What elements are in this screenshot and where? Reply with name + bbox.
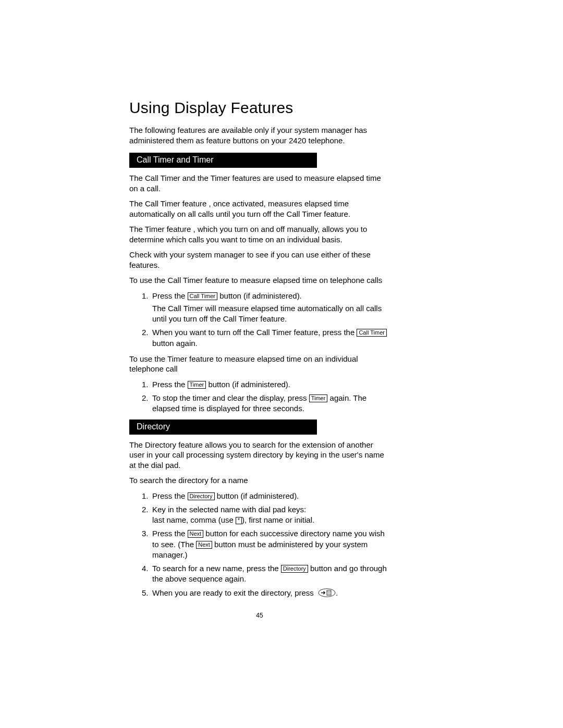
list-number: 3. [142,528,149,539]
list-item: 3. Press the Next button for each succes… [129,528,390,560]
list-number: 1. [142,291,149,301]
list-number: 2. [142,504,149,515]
keycap-call-timer: Call Timer [188,292,218,300]
svg-point-7 [328,593,328,594]
text: Press the [152,529,188,538]
keycap-next: Next [196,541,212,549]
text: Press the [152,380,188,389]
text: ), first name or initial. [242,515,314,524]
list-number: 2. [142,393,149,403]
text: When you are ready to exit the directory… [152,588,316,597]
list-item: 2. Key in the selected name with dial pa… [129,504,390,526]
svg-point-12 [330,594,331,595]
list-item: 2. To stop the timer and clear the displ… [129,393,390,414]
list-number: 2. [142,327,149,338]
list-item: 1. Press the Timer button (if administer… [129,379,390,390]
page-number: 45 [129,612,390,619]
text: Key in the selected name with dial pad k… [152,505,306,514]
list-item: 1. Press the Directory button (if admini… [129,491,390,501]
page-title: Using Display Features [129,99,390,117]
keycap-directory: Directory [188,492,215,500]
svg-point-10 [328,594,328,595]
section-header-directory: Directory [129,419,317,435]
intro-paragraph: The following features are available onl… [129,125,390,145]
list-number: 1. [142,379,149,390]
svg-point-5 [329,592,329,593]
section-header-call-timer: Call Timer and Timer [129,153,317,168]
list-number: 4. [142,563,149,574]
list-number: 1. [142,491,149,501]
text: Press the [152,291,188,300]
keycap-star: * [236,517,242,524]
svg-point-8 [329,593,329,594]
paragraph: The Timer feature , which you turn on an… [129,224,390,244]
sub-paragraph: The Call Timer will measure elapsed time… [152,303,390,325]
keycap-directory: Directory [281,565,308,573]
paragraph: To use the Timer feature to measure elap… [129,354,390,374]
text: button (if administered). [206,380,290,389]
keycap-timer: Timer [309,394,328,402]
svg-point-11 [329,594,329,595]
document-page: Using Display Features The following fea… [129,99,390,619]
text: button (if administered). [217,291,302,300]
text: button again. [152,339,198,348]
ordered-list: 1. Press the Directory button (if admini… [129,491,390,598]
list-item: 1. Press the Call Timer button (if admin… [129,291,390,325]
paragraph: The Call Timer feature , once activated,… [129,199,390,219]
text: When you want to turn off the Call Timer… [152,328,357,337]
keycap-call-timer: Call Timer [357,329,387,337]
list-item: 2. When you want to turn off the Call Ti… [129,327,390,349]
svg-point-6 [330,592,331,593]
paragraph: To search the directory for a name [129,475,390,486]
svg-point-9 [330,593,331,594]
text: . [336,588,338,597]
exit-phone-icon [318,588,336,597]
paragraph: To use the Call Timer feature to measure… [129,275,390,286]
paragraph: The Directory feature allows you to sear… [129,440,390,471]
keycap-timer: Timer [188,381,206,389]
list-item: 4. To search for a new name, press the D… [129,563,390,585]
paragraph: The Call Timer and the Timer features ar… [129,173,390,193]
text: button (if administered). [215,491,299,500]
text: To search for a new name, press the [152,564,281,573]
ordered-list: 1. Press the Timer button (if administer… [129,379,390,414]
list-item: 5. When you are ready to exit the direct… [129,588,390,598]
text: To stop the timer and clear the display,… [152,393,309,402]
list-number: 5. [142,588,149,598]
ordered-list: 1. Press the Call Timer button (if admin… [129,291,390,349]
svg-point-4 [328,592,328,593]
paragraph: Check with your system manager to see if… [129,250,390,270]
keycap-next: Next [188,530,204,538]
text: last name, comma (use [152,515,236,524]
text: Press the [152,491,188,500]
